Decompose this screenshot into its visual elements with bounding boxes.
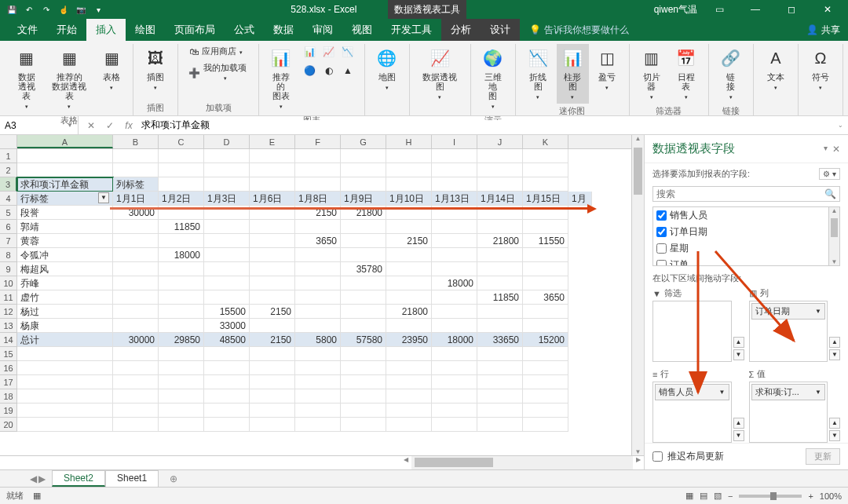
- move-up-icon[interactable]: ▲: [829, 337, 840, 348]
- tab-绘图[interactable]: 绘图: [126, 19, 165, 41]
- field-checkbox[interactable]: [656, 260, 667, 266]
- zoom-in-icon[interactable]: +: [808, 491, 813, 501]
- column-headers[interactable]: ABCDEFGHIJK: [0, 135, 631, 149]
- field-list-scrollbar[interactable]: ▲ ▼: [828, 207, 839, 265]
- tab-开发工具[interactable]: 开发工具: [382, 19, 441, 41]
- cell[interactable]: [386, 163, 432, 177]
- cell[interactable]: [17, 163, 113, 177]
- cell[interactable]: [386, 375, 432, 389]
- values-area[interactable]: 求和项:订...▼: [749, 382, 828, 443]
- cell[interactable]: [250, 319, 295, 333]
- zoom-slider[interactable]: [739, 495, 802, 498]
- columns-area[interactable]: 订单日期▼: [749, 301, 828, 362]
- cell[interactable]: [295, 319, 341, 333]
- ribbon-options-icon[interactable]: ▭: [705, 4, 733, 15]
- cell[interactable]: [17, 389, 113, 404]
- cell[interactable]: [250, 276, 295, 290]
- field-item[interactable]: 销售人员: [653, 207, 839, 224]
- cell[interactable]: 30000: [113, 206, 159, 220]
- cell[interactable]: [204, 347, 250, 361]
- cell[interactable]: 杨康: [17, 319, 113, 333]
- cell[interactable]: [477, 319, 523, 333]
- cell[interactable]: [159, 389, 204, 404]
- cell[interactable]: [477, 389, 523, 404]
- cell[interactable]: [250, 347, 295, 361]
- cell[interactable]: [341, 375, 386, 389]
- tab-页面布局[interactable]: 页面布局: [165, 19, 225, 41]
- cell[interactable]: [341, 234, 386, 248]
- cell[interactable]: [386, 389, 432, 404]
- cell[interactable]: [295, 163, 341, 177]
- redo-icon[interactable]: ↷: [41, 4, 52, 15]
- cell[interactable]: [159, 163, 204, 177]
- values-chip[interactable]: 求和项:订...▼: [751, 384, 826, 400]
- tab-公式[interactable]: 公式: [225, 19, 264, 41]
- cell[interactable]: [386, 220, 432, 234]
- cell[interactable]: 30000: [113, 333, 159, 347]
- cell[interactable]: [432, 319, 477, 333]
- cell[interactable]: [523, 305, 568, 319]
- cell[interactable]: 1月6日: [250, 192, 295, 206]
- cell[interactable]: [432, 404, 477, 418]
- enter-formula-icon[interactable]: ✓: [104, 120, 116, 131]
- cell[interactable]: [250, 418, 295, 432]
- tab-数据[interactable]: 数据: [264, 19, 303, 41]
- cell[interactable]: [432, 234, 477, 248]
- cell[interactable]: [341, 248, 386, 262]
- cell[interactable]: [204, 248, 250, 262]
- zoom-level[interactable]: 100%: [820, 491, 842, 501]
- rows-area[interactable]: 销售人员▼: [652, 382, 732, 443]
- cell[interactable]: [113, 149, 159, 163]
- new-sheet-button[interactable]: ⊕: [159, 472, 188, 486]
- cell[interactable]: [250, 163, 295, 177]
- cell[interactable]: 21800: [341, 206, 386, 220]
- col-header[interactable]: A: [17, 135, 113, 148]
- touch-icon[interactable]: ☝: [58, 4, 69, 15]
- formula-input[interactable]: [141, 120, 827, 131]
- cell[interactable]: [523, 149, 568, 163]
- cell[interactable]: 3650: [523, 290, 568, 305]
- cell[interactable]: [341, 276, 386, 290]
- cell[interactable]: [477, 404, 523, 418]
- pane-options-icon[interactable]: ▾: [824, 144, 828, 155]
- row-header[interactable]: 18: [0, 389, 17, 404]
- cell[interactable]: [250, 290, 295, 305]
- cell[interactable]: [159, 234, 204, 248]
- cell[interactable]: [250, 375, 295, 389]
- move-up-icon[interactable]: ▲: [733, 337, 744, 348]
- col-header[interactable]: I: [432, 135, 477, 148]
- vertical-scrollbar[interactable]: ▲ ▼: [631, 135, 644, 455]
- cell[interactable]: [341, 177, 386, 192]
- cell[interactable]: 29850: [159, 333, 204, 347]
- cell[interactable]: [17, 347, 113, 361]
- cell[interactable]: [432, 248, 477, 262]
- cell[interactable]: [295, 305, 341, 319]
- cell[interactable]: 33000: [204, 319, 250, 333]
- tab-开始[interactable]: 开始: [47, 19, 86, 41]
- cell[interactable]: 15500: [204, 305, 250, 319]
- ribbon-推荐的数据透视表[interactable]: ▦推荐的数据透视表▾: [46, 44, 93, 113]
- chevron-down-icon[interactable]: ▼: [67, 122, 73, 129]
- grid-rows[interactable]: 123求和项:订单金额列标签▼4行标签▼1月1日1月2日1月3日1月6日1月8日…: [0, 149, 631, 432]
- cell[interactable]: [477, 220, 523, 234]
- field-item[interactable]: 星期: [653, 240, 839, 257]
- cell[interactable]: [477, 375, 523, 389]
- col-header[interactable]: F: [295, 135, 341, 148]
- cell[interactable]: [159, 375, 204, 389]
- tab-文件[interactable]: 文件: [8, 19, 47, 41]
- tab-视图[interactable]: 视图: [342, 19, 382, 41]
- cell[interactable]: [477, 163, 523, 177]
- cell[interactable]: [113, 163, 159, 177]
- cell[interactable]: 虚竹: [17, 290, 113, 305]
- cell[interactable]: [477, 361, 523, 375]
- cell[interactable]: [17, 149, 113, 163]
- cell[interactable]: [113, 347, 159, 361]
- cell[interactable]: [523, 375, 568, 389]
- cell[interactable]: [386, 149, 432, 163]
- field-checkbox[interactable]: [656, 210, 667, 221]
- cell[interactable]: [113, 276, 159, 290]
- move-down-icon[interactable]: ▼: [829, 430, 840, 441]
- cell[interactable]: 1月10日: [386, 192, 432, 206]
- chart-type-icon[interactable]: ◐: [320, 64, 338, 82]
- cell[interactable]: [159, 290, 204, 305]
